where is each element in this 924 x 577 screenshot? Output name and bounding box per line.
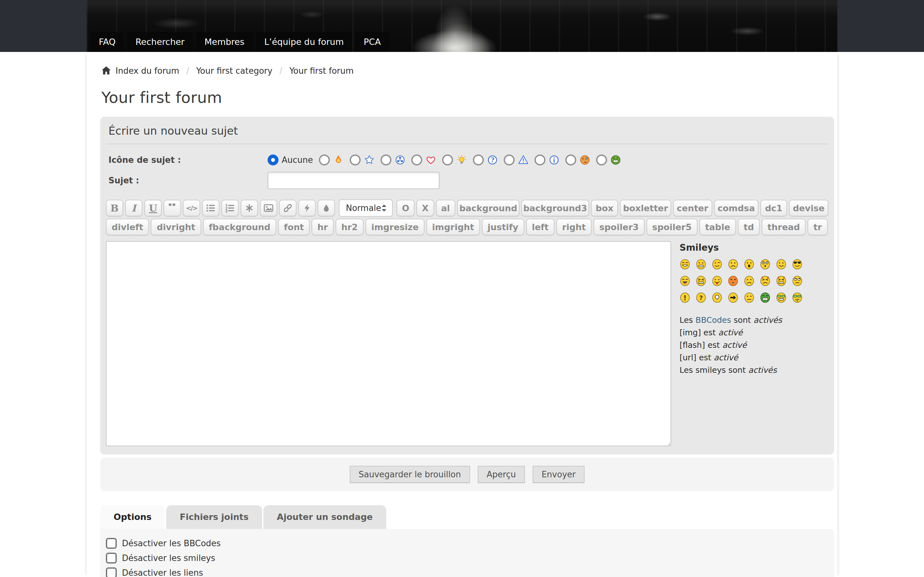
topic-icon-option-bulb[interactable] [442, 155, 467, 165]
nav-item-3[interactable]: Membres [196, 32, 253, 52]
bbcode-left-button[interactable]: left [526, 219, 554, 235]
smiley-arrow[interactable] [728, 292, 738, 303]
smiley-ultra-geek[interactable] [792, 292, 803, 303]
bbcode-link-button[interactable] [279, 200, 296, 216]
tab-ajouter-un-sondage[interactable]: Ajouter un sondage [263, 505, 386, 529]
bbcode-quote-button[interactable]: “ [164, 200, 181, 216]
bbcode-fbackground-button[interactable]: fbackground [203, 219, 276, 235]
bbcode-center-button[interactable]: center [673, 200, 712, 216]
bbcode-thread-button[interactable]: thread [762, 219, 806, 235]
smiley-rolleyes[interactable] [792, 276, 803, 286]
bbcodes-link[interactable]: BBCodes [696, 316, 731, 325]
smiley-razz[interactable] [712, 276, 722, 286]
topic-icon-option-radioactive[interactable] [381, 155, 405, 165]
checkbox[interactable] [106, 538, 117, 549]
bbcode-imgright-button[interactable]: imgright [426, 219, 480, 235]
radio-unselected[interactable] [535, 155, 545, 165]
smiley-question[interactable]: ? [696, 292, 706, 303]
bbcode-spoiler5-button[interactable]: spoiler5 [646, 219, 698, 235]
breadcrumb-crumb-1[interactable]: Index du forum [115, 66, 179, 76]
topic-icon-option-fire[interactable] [319, 155, 344, 165]
radio-unselected[interactable] [504, 155, 515, 165]
breadcrumb-crumb-2[interactable]: Your first category [196, 66, 272, 76]
bbcode-comdsa-button[interactable]: comdsa [714, 200, 758, 216]
radio-unselected[interactable] [565, 155, 576, 165]
bbcode-bold-button[interactable]: B [106, 200, 123, 216]
bbcode-code-button[interactable]: </> [183, 200, 200, 216]
radio-selected[interactable] [268, 155, 278, 165]
bbcode-list-ordered-button[interactable]: 123 [221, 200, 239, 216]
nav-item-1[interactable]: FAQ [90, 32, 124, 52]
topic-icon-option-whistle[interactable] [565, 155, 590, 165]
bbcode-underline-button[interactable]: U [144, 200, 162, 216]
smiley-embarrassed[interactable] [728, 276, 738, 286]
bbcode-o-button[interactable]: O [397, 200, 415, 216]
tab-fichiers-joints[interactable]: Fichiers joints [166, 505, 262, 529]
bbcode-tip-button[interactable] [318, 200, 335, 216]
smiley-wink[interactable] [712, 259, 722, 269]
bbcode-boxletter-button[interactable]: boxletter [620, 200, 671, 216]
breadcrumb-crumb-3[interactable]: Your first forum [289, 66, 354, 76]
smiley-twisted[interactable] [776, 276, 787, 286]
smiley-cool[interactable] [792, 259, 803, 269]
bbcode-table-button[interactable]: table [699, 219, 736, 235]
smiley-mr-green[interactable] [760, 292, 771, 303]
smiley-very-happy[interactable] [680, 259, 690, 269]
bbcode-italic-button[interactable]: I [125, 200, 142, 216]
bbcode-justify-button[interactable]: justify [482, 219, 524, 235]
bbcode-box-button[interactable]: box [591, 200, 618, 216]
nav-item-4[interactable]: L’équipe du forum [256, 32, 352, 52]
smiley-confused[interactable] [776, 259, 787, 269]
home-icon[interactable] [102, 65, 115, 76]
smiley-smile[interactable] [696, 259, 706, 269]
smiley-idea[interactable] [712, 292, 722, 303]
topic-icon-option-none[interactable]: Aucune [268, 155, 313, 165]
topic-icon-option-star[interactable] [350, 155, 375, 165]
bbcode-imgresize-button[interactable]: imgresize [365, 219, 425, 235]
bbcode-font-button[interactable]: font [278, 219, 310, 235]
bbcode-tr-button[interactable]: tr [808, 219, 827, 235]
bbcode-spoiler3-button[interactable]: spoiler3 [594, 219, 645, 235]
bbcode-list-bullet-button[interactable] [202, 200, 220, 216]
bbcode-hr2-button[interactable]: hr2 [336, 219, 363, 235]
bbcode-flash-button[interactable] [298, 200, 316, 216]
bbcode-background3-button[interactable]: background3 [521, 200, 589, 216]
smiley-geek[interactable] [776, 292, 787, 303]
bbcode-image-button[interactable] [260, 200, 277, 216]
topic-icon-option-warning[interactable] [504, 155, 529, 165]
bbcode-list-item-button[interactable] [241, 200, 258, 216]
smiley-exclaim[interactable]: ! [680, 292, 690, 303]
topic-icon-option-mr-green[interactable] [596, 155, 621, 165]
submit-button[interactable]: Envoyer [533, 466, 585, 483]
radio-unselected[interactable] [411, 155, 422, 165]
smiley-evil[interactable] [760, 276, 771, 286]
smiley-surprised[interactable] [744, 259, 754, 269]
smiley-shock[interactable] [760, 259, 771, 269]
radio-unselected[interactable] [319, 155, 330, 165]
smiley-sad[interactable] [728, 259, 738, 269]
bbcode-background-button[interactable]: background [457, 200, 519, 216]
nav-item-2[interactable]: Rechercher [127, 32, 193, 52]
radio-unselected[interactable] [381, 155, 391, 165]
message-textarea[interactable] [106, 241, 671, 446]
topic-icon-option-question[interactable]: ? [473, 155, 498, 165]
radio-unselected[interactable] [473, 155, 484, 165]
bbcode-dc1-button[interactable]: dc1 [760, 200, 787, 216]
save-draft-button[interactable]: Sauvegarder le brouillon [350, 466, 470, 483]
bbcode-divleft-button[interactable]: divleft [106, 219, 149, 235]
bbcode-devise-button[interactable]: devise [789, 200, 829, 216]
bbcode-hr-button[interactable]: hr [312, 219, 334, 235]
bbcode-td-button[interactable]: td [738, 219, 760, 235]
bbcode-divright-button[interactable]: divright [151, 219, 201, 235]
smiley-mad[interactable] [696, 276, 706, 286]
bbcode-x-button[interactable]: X [417, 200, 434, 216]
smiley-crying[interactable] [744, 276, 754, 286]
radio-unselected[interactable] [442, 155, 453, 165]
radio-unselected[interactable] [596, 155, 607, 165]
checkbox[interactable] [106, 567, 117, 577]
bbcode-right-button[interactable]: right [556, 219, 591, 235]
nav-item-5[interactable]: PCA [355, 32, 389, 52]
bbcode-al-button[interactable]: al [436, 200, 455, 216]
smiley-neutral[interactable] [744, 292, 754, 303]
subject-input[interactable] [268, 172, 439, 189]
